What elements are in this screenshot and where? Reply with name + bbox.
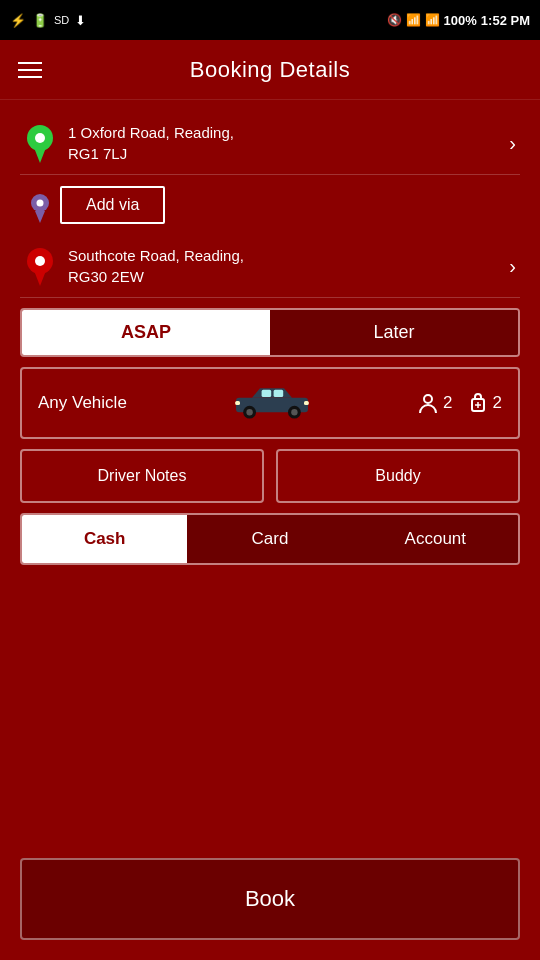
svg-rect-10 <box>262 390 272 397</box>
vehicle-selector[interactable]: Any Vehicle <box>20 367 520 439</box>
svg-point-7 <box>35 256 45 266</box>
download-icon: ⬇ <box>75 13 86 28</box>
destination-location-row[interactable]: Southcote Road, Reading, RG30 2EW › <box>20 235 520 298</box>
usb-icon: ⚡ <box>10 13 26 28</box>
origin-location-row[interactable]: 1 Oxford Road, Reading, RG1 7LJ › <box>20 112 520 175</box>
signal-icon: 📶 <box>425 13 440 27</box>
content-area: 1 Oxford Road, Reading, RG1 7LJ › Add vi… <box>0 100 540 587</box>
vehicle-label: Any Vehicle <box>38 393 127 413</box>
account-button[interactable]: Account <box>353 515 518 563</box>
svg-rect-17 <box>235 401 240 405</box>
buddy-button[interactable]: Buddy <box>276 449 520 503</box>
status-bar: ⚡ 🔋 SD ⬇ 🔇 📶 📶 100% 1:52 PM <box>0 0 540 40</box>
payment-toggle: Cash Card Account <box>20 513 520 565</box>
clock: 1:52 PM <box>481 13 530 28</box>
svg-rect-11 <box>274 390 284 397</box>
status-left-icons: ⚡ 🔋 SD ⬇ <box>10 13 86 28</box>
status-right-icons: 🔇 📶 📶 100% 1:52 PM <box>387 13 530 28</box>
later-button[interactable]: Later <box>270 310 518 355</box>
origin-pin-icon <box>20 123 60 163</box>
destination-chevron-icon: › <box>509 255 520 278</box>
svg-marker-5 <box>35 211 45 223</box>
top-bar: Booking Details <box>0 40 540 100</box>
cash-button[interactable]: Cash <box>22 515 187 563</box>
sd-icon: SD <box>54 14 69 26</box>
vehicle-car-icon <box>127 383 417 423</box>
action-buttons-row: Driver Notes Buddy <box>20 449 520 503</box>
vehicle-stats: 2 2 <box>417 392 502 414</box>
svg-point-13 <box>246 409 252 415</box>
wifi-icon: 📶 <box>406 13 421 27</box>
svg-point-15 <box>291 409 297 415</box>
driver-notes-button[interactable]: Driver Notes <box>20 449 264 503</box>
svg-point-18 <box>424 395 432 403</box>
add-via-row: Add via <box>20 175 520 235</box>
page-title: Booking Details <box>190 57 350 83</box>
battery-status-icon: 🔋 <box>32 13 48 28</box>
svg-point-1 <box>35 133 45 143</box>
menu-button[interactable] <box>18 62 42 78</box>
battery-percent: 100% <box>444 13 477 28</box>
origin-chevron-icon: › <box>509 132 520 155</box>
luggage-stat: 2 <box>467 392 502 414</box>
svg-marker-2 <box>33 145 47 163</box>
svg-rect-16 <box>304 401 309 405</box>
card-button[interactable]: Card <box>187 515 352 563</box>
timing-toggle: ASAP Later <box>20 308 520 357</box>
passenger-stat: 2 <box>417 392 452 414</box>
book-section: Book <box>20 858 520 940</box>
destination-address: Southcote Road, Reading, RG30 2EW <box>60 245 509 287</box>
mute-icon: 🔇 <box>387 13 402 27</box>
destination-pin-icon <box>20 246 60 286</box>
book-button[interactable]: Book <box>20 858 520 940</box>
svg-point-4 <box>37 200 44 207</box>
asap-button[interactable]: ASAP <box>22 310 270 355</box>
svg-marker-8 <box>33 268 47 286</box>
add-via-button[interactable]: Add via <box>60 186 165 224</box>
origin-address: 1 Oxford Road, Reading, RG1 7LJ <box>60 122 509 164</box>
